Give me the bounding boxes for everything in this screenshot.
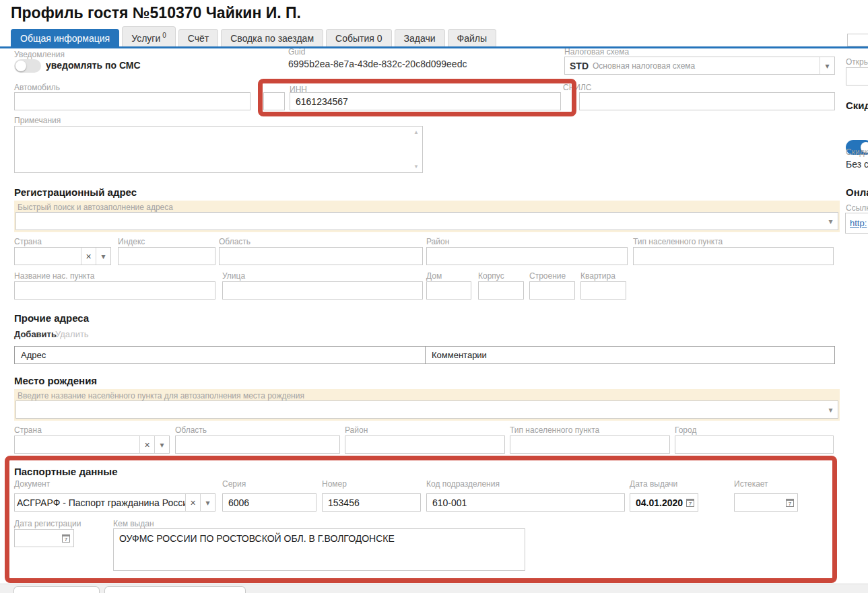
add-address-button[interactable]: Добавить (14, 329, 57, 339)
issue-date-calendar-icon[interactable]: 7 (686, 499, 694, 507)
reg-index-label: Индекс (118, 237, 145, 246)
tab-services-count: 0 (162, 32, 166, 39)
reg-address-quick-search-dropdown-icon[interactable]: ▾ (824, 213, 838, 230)
issued-by-textarea[interactable]: ОУФМС РОССИИ ПО РОСТОВСКОЙ ОБЛ. В Г.ВОЛГ… (113, 528, 525, 571)
document-combobox[interactable]: АСГРАРФ - Паспорт гражданина Российск × … (14, 493, 215, 512)
tab-services[interactable]: Услуги0 (122, 26, 176, 48)
sms-toggle[interactable] (14, 59, 41, 73)
reg-district-label: Район (426, 237, 449, 246)
bottom-tab-2[interactable] (104, 586, 246, 593)
column-header-comments[interactable]: Комментарии (425, 347, 834, 363)
tab-files-label: Файлы (457, 33, 487, 44)
division-code-input[interactable] (426, 493, 625, 512)
tab-general-info-label: Общая информация (20, 33, 110, 44)
tax-scheme-code: STD (570, 61, 589, 71)
reg-apartment-input[interactable] (580, 281, 626, 300)
birth-place-heading: Место рождения (14, 375, 97, 386)
snils-input[interactable] (579, 92, 835, 110)
series-input[interactable] (222, 493, 316, 512)
tab-bar: Общая информация Услуги0 Счёт Сводка по … (11, 30, 496, 48)
reg-address-quick-search-label: Быстрый поиск и автозаполнение адреса (18, 203, 173, 212)
reg-house-input[interactable] (426, 281, 471, 300)
tab-invoice[interactable]: Счёт (178, 29, 218, 48)
sms-toggle-knob (15, 61, 26, 71)
expires-date-input[interactable]: 7 (734, 493, 798, 512)
tab-events[interactable]: События 0 (326, 29, 391, 48)
notifications-label: Уведомления (14, 50, 65, 59)
reg-address-quick-search-combobox[interactable]: ▾ (15, 212, 838, 230)
other-addresses-heading: Прочие адреса (14, 312, 89, 324)
link-label: Ссылк (846, 203, 868, 213)
other-addresses-table-header: Адрес Комментарии (14, 346, 835, 364)
number-label: Номер (322, 479, 347, 489)
reg-settlement-name-input[interactable] (14, 281, 215, 300)
reg-structure-label: Строение (529, 271, 566, 281)
birth-district-input[interactable] (345, 435, 505, 454)
reg-street-input[interactable] (222, 281, 423, 300)
reg-address-heading: Регистрационный адрес (14, 186, 137, 198)
registration-date-input[interactable]: 7 (14, 529, 74, 547)
open-input[interactable] (846, 67, 868, 85)
birth-country-clear-icon[interactable]: × (139, 436, 154, 453)
birth-country-label: Страна (14, 425, 42, 435)
birth-city-input[interactable] (675, 435, 834, 454)
notes-scroll-down-icon[interactable]: ▼ (413, 164, 419, 170)
document-label: Документ (14, 479, 50, 489)
notes-scroll-up-icon[interactable]: ▲ (413, 129, 419, 135)
birth-place-quick-search-dropdown-icon[interactable]: ▾ (824, 401, 838, 418)
reg-house-label: Дом (426, 271, 442, 281)
reg-address-quick-search-block: Быстрый поиск и автозаполнение адреса ▾ (14, 201, 840, 232)
tab-files[interactable]: Файлы (448, 29, 496, 48)
number-input[interactable] (322, 493, 421, 512)
right-panel-partial-input[interactable] (847, 34, 868, 46)
reg-district-input[interactable] (426, 247, 628, 265)
expires-label: Истекает (734, 479, 768, 489)
car-extra-input[interactable] (263, 92, 285, 110)
birth-place-quick-search-block: Введите название населённого пункта для … (14, 389, 840, 421)
reg-settlement-type-input[interactable] (633, 247, 834, 265)
delete-address-button[interactable]: Удалить (55, 329, 89, 339)
notes-label: Примечания (14, 116, 61, 125)
series-label: Серия (222, 479, 246, 489)
online-link[interactable]: http: (850, 218, 867, 228)
reg-structure-input[interactable] (529, 281, 575, 300)
page-title: Профиль гостя №510370 Чайкин И. П. (11, 4, 301, 22)
expires-calendar-icon[interactable]: 7 (786, 499, 794, 507)
tax-scheme-dropdown-icon[interactable]: ▾ (820, 57, 834, 74)
issue-date-input[interactable]: 04.01.2020 7 (630, 493, 698, 512)
document-value: АСГРАРФ - Паспорт гражданина Российск (15, 494, 185, 511)
tab-invoice-label: Счёт (188, 33, 209, 44)
tab-stays-summary[interactable]: Сводка по заездам (221, 29, 323, 48)
tax-scheme-select[interactable]: STDОсновная налоговая схема ▾ (564, 57, 835, 75)
birth-region-label: Область (175, 425, 207, 435)
tab-tasks[interactable]: Задачи (395, 29, 445, 48)
birth-district-label: Район (345, 425, 368, 435)
birth-place-quick-search-combobox[interactable]: ▾ (15, 400, 838, 419)
guid-label: Guid (288, 47, 305, 57)
tab-general-info[interactable]: Общая информация (11, 29, 119, 48)
car-label: Автомобиль (14, 83, 60, 92)
reg-country-label: Страна (14, 237, 42, 246)
reg-country-clear-icon[interactable]: × (81, 248, 96, 265)
birth-country-dropdown-icon[interactable]: ▾ (154, 436, 169, 453)
reg-index-input[interactable] (118, 247, 215, 265)
birth-settlement-type-input[interactable] (510, 435, 670, 454)
car-input[interactable] (14, 92, 251, 110)
guid-value: 6995b2ea-8e7a-43de-832c-20c8d099eedc (288, 59, 467, 69)
inn-input[interactable] (290, 92, 561, 110)
bottom-tab-1[interactable] (13, 586, 100, 593)
issue-date-value: 04.01.2020 (636, 497, 686, 508)
notes-textarea[interactable] (14, 126, 423, 173)
document-clear-icon[interactable]: × (185, 494, 200, 511)
reg-region-input[interactable] (219, 247, 423, 265)
birth-region-input[interactable] (175, 435, 340, 454)
reg-country-combobox[interactable]: × ▾ (14, 247, 111, 265)
birth-country-combobox[interactable]: × ▾ (14, 435, 170, 454)
column-header-address[interactable]: Адрес (15, 347, 425, 363)
tab-events-label: События 0 (335, 33, 382, 44)
document-dropdown-icon[interactable]: ▾ (200, 494, 215, 511)
registration-date-calendar-icon[interactable]: 7 (62, 534, 70, 543)
reg-building-input[interactable] (478, 281, 524, 300)
reg-country-dropdown-icon[interactable]: ▾ (96, 248, 110, 265)
online-heading: Онла (846, 186, 868, 198)
